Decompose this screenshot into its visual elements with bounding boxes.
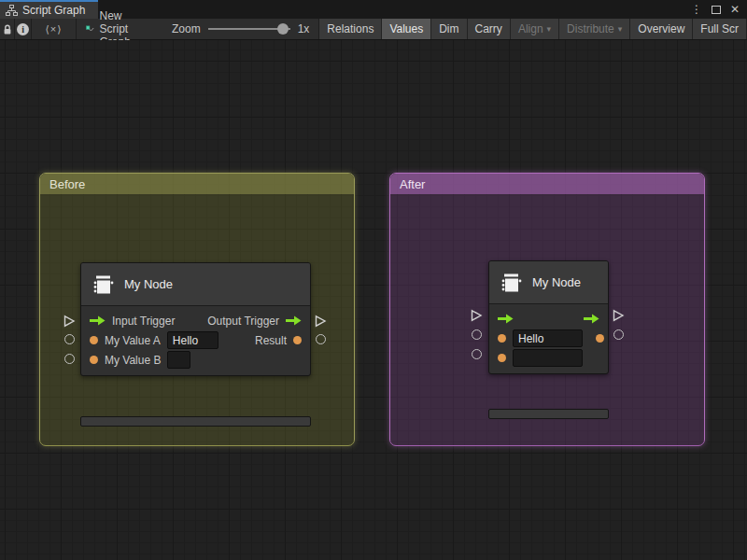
node-footer (488, 409, 609, 419)
value-a-input[interactable] (513, 329, 583, 347)
zoom-slider[interactable] (208, 23, 290, 35)
graph-breadcrumb[interactable]: New Script Graph (77, 19, 166, 39)
outer-value-port-icon[interactable] (472, 329, 482, 340)
zoom-control: Zoom 1x (166, 19, 319, 39)
node-title: My Node (124, 277, 173, 291)
overview-button[interactable]: Overview (630, 19, 693, 39)
value-output-port-icon[interactable] (293, 336, 302, 344)
port-label: My Value B (105, 354, 161, 367)
port-row (489, 348, 608, 368)
port-label: Result (255, 334, 287, 347)
maximize-icon[interactable] (712, 6, 721, 14)
graph-toolbar: i ⟨×⟩ New Script Graph Zoom 1x Relations… (0, 19, 747, 40)
port-row: My Value A Result (81, 330, 310, 350)
unit-icon (92, 273, 115, 296)
trigger-output-port-icon[interactable] (584, 314, 599, 324)
chevron-down-icon: ▾ (618, 24, 623, 34)
dim-button[interactable]: Dim (431, 19, 467, 39)
port-row (489, 309, 608, 329)
close-icon[interactable]: ✕ (730, 3, 740, 16)
value-b-input[interactable] (167, 351, 190, 369)
relations-button[interactable]: Relations (319, 19, 382, 39)
distribute-button[interactable]: Distribute ▾ (559, 19, 630, 39)
carry-button[interactable]: Carry (468, 19, 511, 39)
fullscreen-button[interactable]: Full Scr (693, 19, 747, 39)
value-b-input[interactable] (513, 349, 583, 367)
outer-value-port-icon[interactable] (472, 349, 482, 359)
tab-title: Script Graph (22, 4, 85, 17)
inspector-button[interactable]: i (15, 19, 32, 39)
trigger-input-port-icon[interactable] (498, 314, 514, 324)
toolbar-buttons: Relations Values Dim Carry Align ▾ Distr… (319, 19, 747, 39)
port-label: My Value A (105, 334, 161, 347)
outer-value-port-icon[interactable] (64, 334, 75, 344)
zoom-slider-handle[interactable] (277, 23, 289, 35)
node-before[interactable]: My Node Input Trigger Output Trigger My … (80, 262, 311, 376)
port-label: Input Trigger (112, 315, 175, 328)
port-row (489, 329, 608, 348)
value-a-input[interactable] (167, 331, 218, 349)
value-input-port-icon[interactable] (90, 336, 98, 344)
outer-trigger-port-icon[interactable] (612, 309, 625, 322)
hierarchy-icon (6, 5, 18, 16)
value-input-port-icon[interactable] (498, 354, 506, 362)
script-graph-asset-icon (86, 23, 94, 35)
align-button[interactable]: Align ▾ (511, 19, 559, 39)
outer-value-port-icon[interactable] (316, 334, 326, 344)
variables-button[interactable]: ⟨×⟩ (32, 19, 77, 39)
node-footer (80, 416, 311, 427)
port-label: Output Trigger (207, 315, 279, 328)
group-title: Before (49, 177, 85, 191)
group-after-header[interactable]: After (390, 174, 704, 194)
port-row: Input Trigger Output Trigger (81, 311, 310, 330)
kebab-menu-icon[interactable]: ⋮ (691, 3, 702, 16)
zoom-value: 1x (298, 22, 310, 35)
graph-canvas[interactable]: Before After My Node (0, 40, 747, 560)
node-title: My Node (532, 275, 581, 289)
outer-value-port-icon[interactable] (64, 354, 75, 364)
value-output-port-icon[interactable] (596, 334, 604, 343)
value-input-port-icon[interactable] (498, 334, 506, 343)
trigger-input-port-icon[interactable] (90, 315, 106, 326)
value-input-port-icon[interactable] (90, 356, 98, 364)
values-button[interactable]: Values (382, 19, 431, 39)
node-header[interactable]: My Node (489, 261, 608, 304)
outer-value-port-icon[interactable] (613, 329, 624, 340)
trigger-output-port-icon[interactable] (286, 315, 302, 326)
node-after[interactable]: My Node (488, 260, 609, 374)
zoom-label: Zoom (172, 22, 201, 35)
lock-icon (2, 23, 13, 35)
window-controls: ⋮ ✕ (691, 0, 747, 19)
outer-trigger-port-icon[interactable] (63, 315, 76, 328)
outer-trigger-port-icon[interactable] (470, 309, 483, 322)
group-before-header[interactable]: Before (40, 174, 354, 194)
lock-button[interactable] (0, 19, 15, 39)
tab-script-graph[interactable]: Script Graph (0, 0, 98, 19)
port-row: My Value B (81, 350, 310, 370)
code-icon: ⟨×⟩ (46, 23, 63, 35)
group-title: After (400, 177, 425, 191)
info-icon: i (17, 23, 29, 35)
chevron-down-icon: ▾ (547, 24, 552, 34)
outer-trigger-port-icon[interactable] (314, 315, 327, 328)
node-header[interactable]: My Node (81, 263, 310, 306)
unit-icon (500, 272, 523, 294)
